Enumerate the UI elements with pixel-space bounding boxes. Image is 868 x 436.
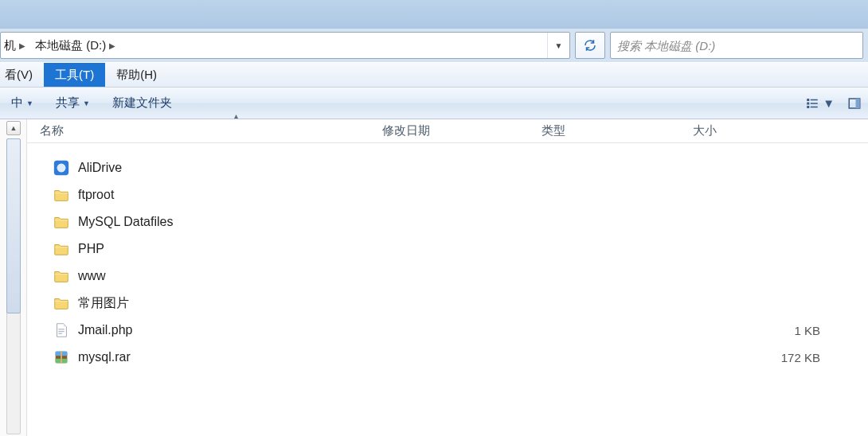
- app-icon: [53, 159, 70, 177]
- menu-tools[interactable]: 工具(T): [44, 63, 105, 87]
- svg-rect-1: [811, 99, 818, 100]
- breadcrumb-root-label: 机: [4, 38, 16, 53]
- folder-icon: [53, 267, 70, 285]
- scroll-thumb[interactable]: [6, 138, 21, 313]
- item-name: 常用图片: [78, 295, 129, 312]
- scroll-up-button[interactable]: ▲: [6, 121, 21, 135]
- list-item[interactable]: mysql.rar172 KB: [27, 344, 868, 371]
- archive-icon: [53, 348, 70, 366]
- svg-rect-10: [58, 331, 64, 332]
- menu-view[interactable]: 看(V): [0, 63, 44, 87]
- view-details-icon: [805, 96, 819, 111]
- folder-icon: [53, 186, 70, 204]
- svg-rect-7: [856, 99, 860, 108]
- item-name: AliDrive: [78, 161, 122, 175]
- toolbar-preview-pane[interactable]: [841, 88, 868, 119]
- list-item[interactable]: Jmail.php1 KB: [27, 317, 868, 344]
- list-item[interactable]: 常用图片: [27, 290, 868, 317]
- svg-rect-4: [807, 106, 809, 108]
- svg-rect-2: [807, 102, 809, 104]
- folder-icon: [53, 240, 70, 258]
- list-item[interactable]: PHP: [27, 236, 868, 263]
- toolbar-share[interactable]: 共享▼: [45, 88, 101, 119]
- file-rows: AliDriveftprootMySQL DatafilesPHPwww常用图片…: [27, 143, 868, 371]
- menu-bar: 看(V) 工具(T) 帮助(H): [0, 62, 868, 88]
- list-item[interactable]: ftproot: [27, 181, 868, 208]
- chevron-down-icon: ▼: [555, 41, 563, 50]
- item-name: Jmail.php: [78, 323, 132, 337]
- file-icon: [53, 321, 70, 339]
- column-header-row: 名称 ▴ 修改日期 类型 大小: [27, 119, 868, 143]
- search-box[interactable]: [610, 32, 863, 59]
- column-header-name[interactable]: 名称 ▴: [27, 119, 369, 142]
- folder-icon: [53, 294, 70, 312]
- toolbar-new-folder[interactable]: 新建文件夹: [101, 88, 183, 119]
- explorer-body: ▲ 名称 ▴ 修改日期 类型 大小 AliDriveftprootMySQL D…: [0, 119, 868, 436]
- refresh-button[interactable]: [575, 32, 605, 59]
- item-name: mysql.rar: [78, 350, 131, 364]
- window-titlebar: [0, 0, 868, 29]
- item-name: www: [78, 269, 106, 283]
- svg-rect-11: [58, 333, 62, 334]
- breadcrumb-current-label: 本地磁盘 (D:): [35, 38, 106, 53]
- address-dropdown[interactable]: ▼: [547, 33, 569, 58]
- refresh-icon: [583, 38, 597, 53]
- chevron-down-icon: ▼: [26, 99, 33, 107]
- list-item[interactable]: MySQL Datafiles: [27, 208, 868, 236]
- chevron-right-icon: ▶: [109, 41, 115, 50]
- svg-rect-0: [807, 99, 809, 101]
- breadcrumb-current[interactable]: 本地磁盘 (D:) ▶: [30, 33, 120, 58]
- toolbar-include[interactable]: 中▼: [0, 88, 45, 119]
- item-name: MySQL Datafiles: [78, 215, 173, 229]
- item-name: ftproot: [78, 188, 114, 202]
- list-item[interactable]: www: [27, 263, 868, 290]
- item-size: 1 KB: [680, 324, 868, 337]
- list-item[interactable]: AliDrive: [27, 154, 868, 181]
- svg-rect-3: [811, 103, 818, 104]
- chevron-right-icon: ▶: [19, 41, 25, 50]
- column-header-date[interactable]: 修改日期: [369, 119, 529, 142]
- address-bar[interactable]: 机 ▶ 本地磁盘 (D:) ▶ ▼: [0, 32, 570, 59]
- search-input[interactable]: [617, 39, 856, 53]
- breadcrumb-root[interactable]: 机 ▶: [1, 33, 30, 58]
- column-header-type[interactable]: 类型: [529, 119, 680, 142]
- menu-help[interactable]: 帮助(H): [105, 63, 168, 87]
- navigation-pane[interactable]: ▲: [0, 119, 27, 436]
- svg-rect-9: [58, 329, 64, 329]
- chevron-down-icon: ▼: [83, 99, 90, 107]
- chevron-down-icon: ▼: [823, 96, 835, 110]
- item-size: 172 KB: [680, 351, 868, 364]
- address-row: 机 ▶ 本地磁盘 (D:) ▶ ▼: [0, 29, 868, 62]
- sort-ascending-icon: ▴: [234, 111, 238, 120]
- svg-rect-5: [811, 106, 818, 107]
- folder-icon: [53, 213, 70, 231]
- command-bar: 中▼ 共享▼ 新建文件夹 ▼: [0, 88, 868, 119]
- toolbar-view-mode[interactable]: ▼: [799, 88, 841, 119]
- item-name: PHP: [78, 242, 104, 256]
- file-list-pane: 名称 ▴ 修改日期 类型 大小 AliDriveftprootMySQL Dat…: [27, 119, 868, 436]
- column-header-size[interactable]: 大小: [680, 119, 868, 142]
- svg-rect-15: [61, 352, 62, 364]
- preview-pane-icon: [847, 96, 862, 111]
